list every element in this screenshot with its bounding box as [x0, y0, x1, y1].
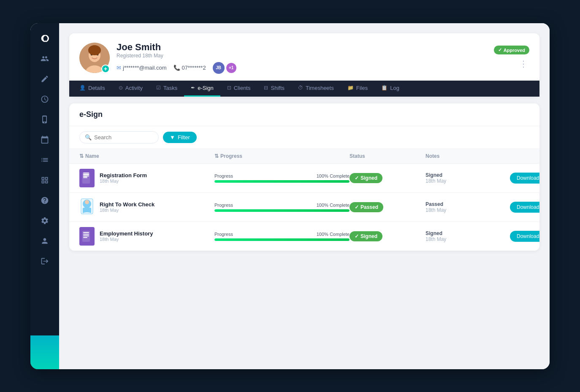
svg-rect-20 [83, 237, 87, 238]
sidebar-icon-list[interactable] [36, 151, 53, 168]
action-cell-1: Download [510, 173, 539, 184]
table-header: ⇅ Name ⇅ Progress Status Notes [69, 149, 539, 164]
sidebar-icon-grid[interactable] [36, 172, 53, 189]
sidebar-icon-dashboard[interactable] [36, 30, 53, 47]
svg-rect-15 [81, 199, 93, 214]
action-cell-3: Download [510, 231, 539, 242]
sidebar-icon-help[interactable] [36, 192, 53, 209]
sidebar-icon-logout[interactable] [36, 253, 53, 270]
tab-activity[interactable]: ⊙ Activity [112, 81, 149, 97]
sidebar-icon-pen[interactable] [36, 70, 53, 87]
profile-card: + Joe Smith Registered 18th May ✉ j*****… [69, 33, 539, 97]
progress-bar-bg-2 [214, 209, 350, 212]
progress-cell-3: Progress 100% Complete [214, 232, 350, 241]
table-row: Registration Form 18th May Progress 100%… [69, 164, 539, 193]
profile-phone: 07*******2 [182, 65, 206, 71]
status-check-icon-3: ✓ [355, 233, 359, 239]
sidebar-icon-settings[interactable] [36, 212, 53, 229]
download-button-3[interactable]: Download [510, 231, 539, 242]
status-cell-2: ✓ Passed [350, 202, 426, 212]
col-name: ⇅ Name [79, 153, 214, 159]
esign-title: e-Sign [79, 110, 529, 119]
notes-cell-1: Signed 18th May [426, 172, 510, 184]
approved-check-icon: ✓ [498, 47, 502, 53]
tab-files[interactable]: 📁 Files [341, 81, 374, 97]
tab-tasks-label: Tasks [163, 85, 177, 91]
svg-rect-12 [83, 177, 87, 178]
notes-label-3: Signed [426, 230, 510, 236]
doc-date-3: 18th May [100, 237, 153, 242]
col-notes: Notes [426, 153, 510, 159]
avatar-group: JB +1 [213, 62, 236, 74]
approved-label: Approved [504, 48, 525, 53]
doc-cell-2: Right To Work Check 18th May [79, 198, 214, 216]
clients-tab-icon: ⊡ [227, 85, 231, 91]
avatar-plus-count: +1 [226, 63, 236, 73]
notes-label-1: Signed [426, 172, 510, 178]
avatar-add-btn[interactable]: + [101, 65, 110, 73]
profile-email: j*******@mail.com [123, 65, 167, 71]
profile-right: ✓ Approved ⋮ [494, 46, 529, 70]
search-input[interactable] [94, 134, 153, 141]
tab-clients[interactable]: ⊡ Clients [220, 81, 257, 97]
progress-value-2: 100% Complete [317, 203, 350, 208]
profile-more-btn[interactable]: ⋮ [518, 58, 529, 70]
profile-text: Joe Smith Registered 18th May ✉ j*******… [117, 42, 236, 74]
notes-cell-2: Passed 18th May [426, 201, 510, 213]
email-contact: ✉ j*******@mail.com [117, 65, 167, 71]
download-button-2[interactable]: Download [510, 202, 539, 213]
progress-value-1: 100% Complete [317, 173, 350, 178]
notes-cell-3: Signed 18th May [426, 230, 510, 242]
tab-tasks[interactable]: ☑ Tasks [149, 81, 184, 97]
sidebar-icon-user[interactable] [36, 232, 53, 249]
profile-header: + Joe Smith Registered 18th May ✉ j*****… [79, 42, 529, 74]
filter-button[interactable]: ▼ Filter [163, 132, 197, 143]
profile-name: Joe Smith [117, 42, 236, 53]
esign-panel: e-Sign 🔍 ▼ Filter ⇅ Name [69, 103, 539, 251]
log-tab-icon: 📋 [381, 85, 388, 91]
doc-name-2: Right To Work Check [100, 201, 154, 208]
profile-contact: ✉ j*******@mail.com 📞 07*******2 JB +1 [117, 62, 236, 74]
approved-badge: ✓ Approved [494, 46, 529, 54]
progress-cell-1: Progress 100% Complete [214, 173, 350, 183]
doc-icon-rtw [79, 198, 95, 216]
tab-log[interactable]: 📋 Log [374, 81, 406, 97]
tab-details[interactable]: 👤 Details [73, 81, 112, 97]
progress-bar-fill-2 [214, 209, 350, 212]
download-button-1[interactable]: Download [510, 173, 539, 184]
status-cell-1: ✓ Signed [350, 173, 426, 183]
tab-shifts[interactable]: ⊟ Shifts [257, 81, 291, 97]
notes-date-1: 18th May [426, 178, 510, 184]
main-content: + Joe Smith Registered 18th May ✉ j*****… [59, 23, 550, 369]
sidebar-icon-mobile[interactable] [36, 111, 53, 128]
sidebar-icon-users[interactable] [36, 50, 53, 67]
email-icon: ✉ [117, 65, 121, 71]
sidebar-icon-calendar[interactable] [36, 131, 53, 148]
progress-label-2: Progress [214, 203, 233, 208]
search-icon: 🔍 [85, 134, 92, 141]
profile-tabs: 👤 Details ⊙ Activity ☑ Tasks ✒ e-Sign ⊡ [69, 81, 539, 97]
notes-label-2: Passed [426, 201, 510, 207]
tab-activity-label: Activity [125, 85, 143, 91]
col-status: Status [350, 153, 426, 159]
tab-timesheets[interactable]: ⏱ Timesheets [291, 81, 341, 97]
tab-esign[interactable]: ✒ e-Sign [184, 81, 220, 97]
sidebar-icon-clock[interactable] [36, 91, 53, 108]
doc-icon-employment [79, 227, 95, 246]
progress-bar-fill-3 [214, 238, 350, 241]
shifts-tab-icon: ⊟ [264, 85, 268, 91]
svg-rect-18 [83, 234, 89, 235]
activity-tab-icon: ⊙ [119, 85, 123, 91]
status-badge-3: ✓ Signed [350, 231, 382, 241]
search-box[interactable]: 🔍 [79, 131, 159, 143]
progress-bar-bg-3 [214, 238, 350, 241]
progress-bar-bg-1 [214, 180, 350, 183]
avatar-mini-jb: JB [213, 62, 225, 74]
progress-label-3: Progress [214, 232, 233, 237]
action-cell-2: Download [510, 202, 539, 213]
tab-esign-label: e-Sign [198, 85, 214, 91]
esign-table: ⇅ Name ⇅ Progress Status Notes [69, 149, 539, 251]
table-row: Employment History 18th May Progress 100… [69, 222, 539, 251]
svg-rect-19 [83, 235, 89, 236]
col-progress: ⇅ Progress [214, 153, 350, 159]
